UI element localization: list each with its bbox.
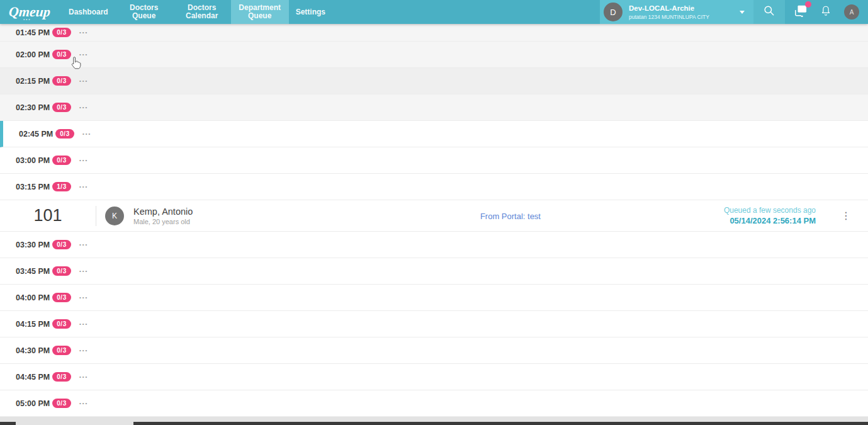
queue-number: 101	[0, 206, 96, 225]
slot-count-badge: 0/3	[52, 399, 71, 408]
profile-avatar[interactable]: A	[844, 4, 859, 20]
slot-time: 04:30 PM	[16, 346, 52, 355]
time-slot-row-0430pm[interactable]: 04:30 PM 0/3 •••	[0, 337, 868, 364]
patient-source-link[interactable]: From Portal: test	[480, 212, 541, 221]
time-slot-row-0415pm[interactable]: 04:15 PM 0/3 •••	[0, 311, 868, 337]
user-location: putatan 1234 MUNTINLUPA CITY	[629, 14, 709, 20]
slot-time: 04:15 PM	[16, 320, 52, 329]
slot-menu-button[interactable]: •••	[79, 242, 88, 247]
horizontal-scrollbar-track[interactable]	[0, 417, 868, 422]
nav-tab-doctors-calendar[interactable]: Doctors Calendar	[173, 0, 231, 24]
slot-count-badge: 1/3	[52, 182, 71, 191]
nav-right: D Dev-LOCAL-Archie putatan 1234 MUNTINLU…	[600, 0, 868, 24]
slot-count-badge: 0/3	[52, 103, 71, 112]
slot-menu-button[interactable]: •••	[79, 322, 88, 327]
patient-avatar: K	[105, 207, 124, 225]
nav-tabs: Dashboard Doctors Queue Doctors Calendar…	[62, 0, 332, 24]
time-slot-row-0245pm-current[interactable]: 02:45 PM 0/3 •••	[0, 121, 868, 147]
nav-tab-settings[interactable]: Settings	[289, 0, 332, 24]
search-button[interactable]	[753, 0, 785, 24]
slot-menu-button[interactable]: •••	[79, 348, 88, 353]
nav-tab-department-queue[interactable]: Department Queue	[231, 0, 289, 24]
patient-name: Kemp, Antonio	[133, 207, 203, 217]
bottom-edge-bar	[0, 422, 868, 425]
notifications-button[interactable]	[820, 4, 831, 20]
slot-count-badge: 0/3	[52, 319, 71, 329]
bell-icon	[820, 4, 831, 20]
time-slot-row-0330pm[interactable]: 03:30 PM 0/3 •••	[0, 232, 868, 258]
slot-count-badge: 0/3	[52, 293, 71, 302]
time-slot-row-0315pm[interactable]: 03:15 PM 1/3 •••	[0, 174, 868, 200]
nav-tab-doctors-queue[interactable]: Doctors Queue	[115, 0, 173, 24]
time-slot-row-0230pm[interactable]: 02:30 PM 0/3 •••	[0, 94, 868, 121]
slot-menu-button[interactable]: •••	[79, 375, 88, 380]
notification-dot	[805, 1, 811, 8]
time-slot-row-0215pm[interactable]: 02:15 PM 0/3 •••	[0, 68, 868, 94]
slot-count-badge: 0/3	[52, 50, 71, 59]
top-nav: Qmeup ••• Dashboard Doctors Queue Doctor…	[0, 0, 868, 24]
slot-menu-button[interactable]: •••	[79, 401, 88, 406]
slot-menu-button[interactable]: •••	[82, 132, 91, 137]
slot-time: 02:45 PM	[19, 130, 55, 139]
time-slot-row-0345pm[interactable]: 03:45 PM 0/3 •••	[0, 258, 868, 285]
slot-count-badge: 0/3	[52, 266, 71, 276]
slot-time: 03:15 PM	[16, 183, 52, 191]
slot-menu-button[interactable]: •••	[79, 184, 88, 190]
slot-count-badge: 0/3	[55, 129, 74, 139]
slot-menu-button[interactable]: •••	[79, 30, 88, 35]
user-name: Dev-LOCAL-Archie	[629, 4, 709, 12]
slot-menu-button[interactable]: •••	[79, 158, 88, 163]
logo[interactable]: Qmeup •••	[0, 0, 62, 24]
chevron-down-icon	[740, 11, 745, 14]
slot-time: 03:45 PM	[16, 267, 52, 276]
queued-relative-time: Queued a few seconds ago	[724, 206, 816, 215]
slot-menu-button[interactable]: •••	[79, 295, 88, 300]
slot-time: 02:00 PM	[16, 50, 52, 59]
divider	[96, 206, 96, 226]
time-slot-row-0300pm[interactable]: 03:00 PM 0/3 •••	[0, 147, 868, 174]
slot-time: 01:45 PM	[16, 28, 52, 37]
messages-button[interactable]	[794, 4, 808, 20]
slot-time: 04:45 PM	[16, 373, 52, 382]
time-slot-row-0500pm[interactable]: 05:00 PM 0/3 •••	[0, 390, 868, 417]
slot-time: 03:00 PM	[16, 156, 52, 165]
patient-menu-button[interactable]: ⋮	[838, 210, 854, 222]
slot-count-badge: 0/3	[52, 156, 71, 165]
slot-count-badge: 0/3	[52, 76, 71, 86]
department-queue-list: 01:45 PM 0/3 ••• 02:00 PM 0/3 ••• 02:15 …	[0, 24, 868, 417]
slot-count-badge: 0/3	[52, 372, 71, 382]
slot-time: 03:30 PM	[16, 241, 52, 249]
slot-menu-button[interactable]: •••	[79, 105, 88, 110]
search-icon	[763, 4, 775, 20]
slot-time: 04:00 PM	[16, 293, 52, 302]
slot-count-badge: 0/3	[52, 240, 71, 249]
time-slot-row-0400pm[interactable]: 04:00 PM 0/3 •••	[0, 285, 868, 311]
slot-menu-button[interactable]: •••	[79, 269, 88, 274]
time-slot-row-0145pm[interactable]: 01:45 PM 0/3 •••	[0, 24, 868, 42]
user-avatar: D	[604, 3, 623, 21]
nav-tab-dashboard[interactable]: Dashboard	[62, 0, 115, 24]
time-slot-row-0445pm[interactable]: 04:45 PM 0/3 •••	[0, 364, 868, 390]
queued-timestamp: 05/14/2024 2:56:14 PM	[724, 216, 816, 225]
slot-time: 02:15 PM	[16, 77, 52, 86]
slot-count-badge: 0/3	[52, 28, 71, 37]
slot-menu-button[interactable]: •••	[79, 52, 88, 57]
logo-dots-icon: •••	[23, 18, 31, 21]
slot-menu-button[interactable]: •••	[79, 79, 88, 84]
horizontal-scrollbar-thumb[interactable]	[16, 422, 133, 425]
user-menu[interactable]: D Dev-LOCAL-Archie putatan 1234 MUNTINLU…	[600, 0, 753, 24]
slot-time: 05:00 PM	[16, 399, 52, 408]
patient-row[interactable]: 101 K Kemp, Antonio Male, 20 years old F…	[0, 200, 868, 232]
patient-details: Male, 20 years old	[133, 218, 203, 225]
time-slot-row-0200pm[interactable]: 02:00 PM 0/3 •••	[0, 42, 868, 68]
slot-count-badge: 0/3	[52, 346, 71, 355]
slot-time: 02:30 PM	[16, 103, 52, 112]
